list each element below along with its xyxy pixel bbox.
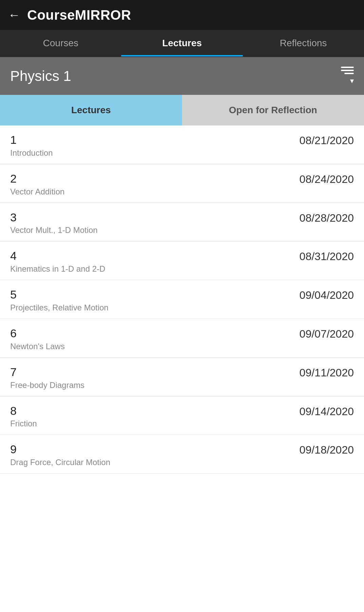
lecture-item[interactable]: 7 Free-body Diagrams 09/11/2020 xyxy=(0,358,364,396)
lecture-date: 08/28/2020 xyxy=(299,210,354,224)
list-view-button[interactable]: ▾ xyxy=(341,67,354,85)
tab-courses[interactable]: Courses xyxy=(0,30,121,56)
lecture-item[interactable]: 3 Vector Mult., 1-D Motion 08/28/2020 xyxy=(0,203,364,242)
lecture-info: 1 Introduction xyxy=(10,133,299,158)
lecture-name: Vector Mult., 1-D Motion xyxy=(10,225,299,235)
lecture-date: 09/04/2020 xyxy=(299,288,354,302)
lecture-item[interactable]: 2 Vector Addition 08/24/2020 xyxy=(0,164,364,203)
sub-tab-lectures[interactable]: Lectures xyxy=(0,95,182,125)
lecture-number: 3 xyxy=(10,210,299,224)
list-icon-line2 xyxy=(341,70,354,71)
lecture-name: Vector Addition xyxy=(10,187,299,197)
app-title: CourseMIRROR xyxy=(27,7,131,23)
lecture-name: Drag Force, Circular Motion xyxy=(10,458,299,467)
app-header: ← CourseMIRROR xyxy=(0,0,364,30)
lecture-item[interactable]: 9 Drag Force, Circular Motion 09/18/2020 xyxy=(0,435,364,474)
lecture-date: 09/07/2020 xyxy=(299,326,354,340)
lecture-number: 5 xyxy=(10,288,299,302)
course-title: Physics 1 xyxy=(10,68,71,84)
lecture-date: 08/21/2020 xyxy=(299,133,354,147)
lecture-item[interactable]: 8 Friction 09/14/2020 xyxy=(0,396,364,435)
tab-lectures[interactable]: Lectures xyxy=(121,30,242,56)
lecture-info: 8 Friction xyxy=(10,404,299,429)
lecture-date: 09/11/2020 xyxy=(299,365,354,379)
lecture-date: 09/14/2020 xyxy=(299,404,354,418)
main-tab-bar: Courses Lectures Reflections xyxy=(0,30,364,57)
lecture-name: Friction xyxy=(10,419,299,428)
lecture-item[interactable]: 5 Projectiles, Relative Motion 09/04/202… xyxy=(0,280,364,319)
tab-reflections[interactable]: Reflections xyxy=(243,30,364,56)
lecture-info: 2 Vector Addition xyxy=(10,172,299,197)
lecture-date: 08/24/2020 xyxy=(299,172,354,186)
back-button[interactable]: ← xyxy=(8,8,20,22)
lecture-name: Introduction xyxy=(10,148,299,158)
lecture-info: 6 Newton's Laws xyxy=(10,326,299,351)
lecture-name: Projectiles, Relative Motion xyxy=(10,303,299,312)
sub-tab-open-for-reflection[interactable]: Open for Reflection xyxy=(182,95,364,125)
lecture-info: 5 Projectiles, Relative Motion xyxy=(10,288,299,312)
lecture-number: 8 xyxy=(10,404,299,418)
lecture-number: 7 xyxy=(10,365,299,379)
lecture-number: 2 xyxy=(10,172,299,186)
lecture-name: Kinematics in 1-D and 2-D xyxy=(10,264,299,274)
lecture-date: 09/18/2020 xyxy=(299,442,354,456)
lecture-number: 1 xyxy=(10,133,299,147)
lecture-info: 3 Vector Mult., 1-D Motion xyxy=(10,210,299,235)
lecture-name: Free-body Diagrams xyxy=(10,380,299,390)
list-icon-line1 xyxy=(341,67,354,68)
lecture-item[interactable]: 1 Introduction 08/21/2020 xyxy=(0,125,364,164)
lecture-item[interactable]: 4 Kinematics in 1-D and 2-D 08/31/2020 xyxy=(0,241,364,280)
lecture-date: 08/31/2020 xyxy=(299,249,354,263)
lecture-number: 4 xyxy=(10,249,299,263)
sub-tab-bar: Lectures Open for Reflection xyxy=(0,95,364,125)
lecture-list: 1 Introduction 08/21/2020 2 Vector Addit… xyxy=(0,125,364,474)
list-icon-line3 xyxy=(344,73,354,74)
lecture-number: 6 xyxy=(10,326,299,340)
lecture-item[interactable]: 6 Newton's Laws 09/07/2020 xyxy=(0,319,364,358)
lecture-info: 4 Kinematics in 1-D and 2-D xyxy=(10,249,299,274)
lecture-info: 9 Drag Force, Circular Motion xyxy=(10,442,299,467)
course-header: Physics 1 ▾ xyxy=(0,57,364,95)
lecture-number: 9 xyxy=(10,442,299,456)
lecture-name: Newton's Laws xyxy=(10,342,299,351)
list-icon-arrow: ▾ xyxy=(350,76,354,85)
lecture-info: 7 Free-body Diagrams xyxy=(10,365,299,390)
